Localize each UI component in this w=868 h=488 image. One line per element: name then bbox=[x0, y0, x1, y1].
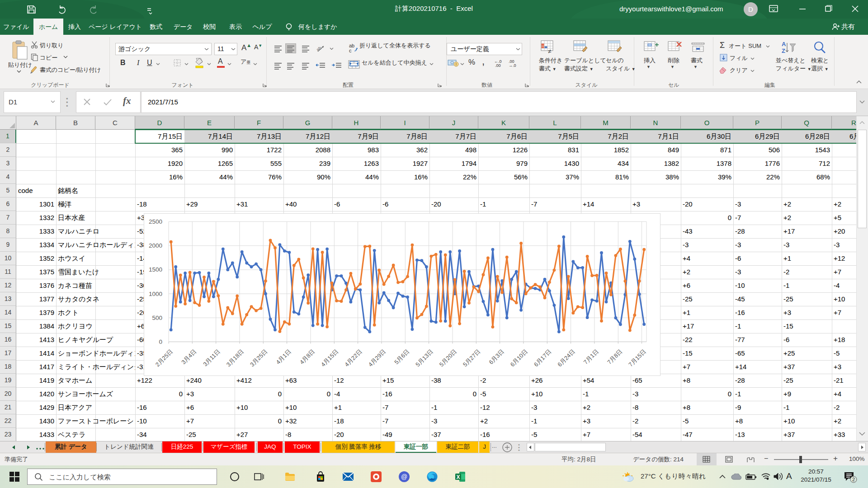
svg-text:500: 500 bbox=[152, 314, 162, 321]
svg-text:4月8日: 4月8日 bbox=[298, 348, 316, 366]
svg-text:6月17日: 6月17日 bbox=[533, 348, 552, 368]
svg-text:6月10日: 6月10日 bbox=[509, 348, 529, 368]
svg-text:c: c bbox=[349, 48, 352, 53]
svg-text:X: X bbox=[456, 474, 460, 480]
svg-text:3月25日: 3月25日 bbox=[249, 348, 269, 368]
svg-text:3月18日: 3月18日 bbox=[225, 348, 245, 368]
svg-text:3月4日: 3月4日 bbox=[180, 348, 198, 366]
svg-text:→.0: →.0 bbox=[509, 63, 516, 67]
svg-text:≠: ≠ bbox=[548, 48, 551, 54]
svg-text:A: A bbox=[782, 41, 786, 47]
svg-text:3月11日: 3月11日 bbox=[202, 348, 222, 368]
svg-text:4月15日: 4月15日 bbox=[320, 348, 340, 368]
svg-text:7月8日: 7月8日 bbox=[606, 348, 623, 366]
svg-text:1500: 1500 bbox=[149, 266, 162, 273]
svg-text:5月6日: 5月6日 bbox=[393, 348, 410, 366]
svg-text:6月3日: 6月3日 bbox=[487, 348, 505, 366]
svg-text:2: 2 bbox=[852, 477, 855, 482]
svg-text:Z: Z bbox=[782, 47, 785, 54]
svg-text:7月15日: 7月15日 bbox=[627, 348, 647, 368]
svg-text:2月25日: 2月25日 bbox=[154, 348, 174, 368]
svg-text:7月1日: 7月1日 bbox=[582, 348, 600, 366]
svg-text:2000: 2000 bbox=[149, 242, 162, 249]
svg-text:5月27日: 5月27日 bbox=[462, 348, 481, 368]
svg-text:.00: .00 bbox=[495, 63, 501, 67]
svg-text:5月13日: 5月13日 bbox=[414, 348, 434, 368]
svg-text:0: 0 bbox=[159, 338, 162, 345]
svg-text:1000: 1000 bbox=[149, 291, 162, 297]
svg-text:6月24日: 6月24日 bbox=[556, 348, 576, 368]
svg-text:4月22日: 4月22日 bbox=[343, 348, 363, 368]
svg-text:ab: ab bbox=[316, 45, 322, 52]
svg-text:4月1日: 4月1日 bbox=[274, 348, 292, 366]
svg-text:@: @ bbox=[401, 473, 407, 480]
svg-text:2500: 2500 bbox=[149, 218, 162, 225]
svg-text:4月29日: 4月29日 bbox=[367, 348, 387, 368]
svg-text:5月20日: 5月20日 bbox=[438, 348, 458, 368]
